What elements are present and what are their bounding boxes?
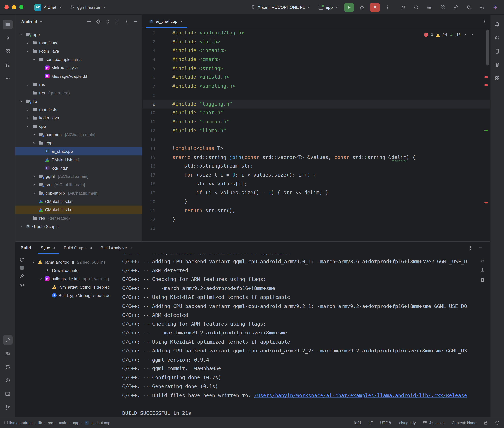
next-problem-icon[interactable]: [470, 33, 473, 37]
tab-build-output[interactable]: Build Output: [60, 242, 96, 254]
tree-item[interactable]: res(generated): [16, 89, 142, 97]
editor-options-kebab-icon[interactable]: [482, 19, 487, 24]
close-icon[interactable]: [130, 246, 133, 250]
filter-eye-icon[interactable]: [19, 282, 24, 288]
code-line[interactable]: 13: [142, 135, 490, 144]
build-console[interactable]: C/C++: -- Using KleidiAI optimized kerne…: [122, 254, 470, 417]
chevron-right-icon[interactable]: [25, 108, 30, 111]
code-line[interactable]: 9#include "logging.h": [142, 100, 490, 109]
expand-all-icon[interactable]: [105, 19, 110, 24]
collapse-all-icon[interactable]: [114, 19, 120, 24]
code-line[interactable]: 10#include "chat.h": [142, 109, 490, 117]
resource-manager-tool-button[interactable]: [3, 47, 12, 56]
code-line[interactable]: 8: [142, 91, 490, 100]
tree-item[interactable]: CMakeLists.txt: [16, 197, 142, 206]
todo-list-button[interactable]: [425, 3, 434, 11]
more-tool-windows-button[interactable]: [3, 74, 12, 83]
code-line[interactable]: 12#include "llama.h": [142, 126, 490, 135]
scroll-to-end-icon[interactable]: [480, 267, 485, 272]
settings-button[interactable]: [478, 3, 486, 11]
code-line[interactable]: 21 return str.str();: [142, 206, 490, 215]
breadcrumb-item[interactable]: cpp: [73, 420, 79, 425]
code-line[interactable]: 20 }: [142, 198, 490, 206]
options-kebab-icon[interactable]: [468, 245, 473, 250]
change-stripe-mark[interactable]: [485, 130, 488, 131]
tree-item[interactable]: Gradle Scripts: [16, 222, 142, 230]
chevron-down-icon[interactable]: [19, 33, 24, 36]
tree-item[interactable]: manifests: [16, 105, 142, 114]
editor-tab[interactable]: ai_chat.cpp: [145, 15, 187, 28]
breadcrumb-item[interactable]: lib: [38, 420, 42, 425]
error-stripe-mark[interactable]: [485, 202, 488, 204]
minimize-window-button[interactable]: [12, 5, 16, 9]
pin-icon[interactable]: [19, 273, 24, 279]
breadcrumb-item[interactable]: ai_chat.cpp: [85, 420, 110, 425]
terminal-tool-button[interactable]: [3, 389, 12, 399]
inspections-status-icon[interactable]: [495, 420, 500, 425]
gemini-button[interactable]: [491, 3, 500, 11]
hide-panel-icon[interactable]: [133, 19, 138, 24]
code-line[interactable]: 7#include <sampling.h>: [142, 82, 490, 91]
tree-item[interactable]: app: [16, 30, 142, 39]
tree-item[interactable]: logging.h: [16, 164, 142, 172]
chevron-down-icon[interactable]: [25, 49, 30, 53]
project-widget[interactable]: AC AiChat: [32, 2, 65, 12]
notifications-button[interactable]: [493, 19, 502, 29]
problems-tool-button[interactable]: [3, 376, 12, 385]
project-tool-button[interactable]: [3, 19, 12, 29]
tree-item[interactable]: MainActivity.kt: [16, 64, 142, 72]
tree-item[interactable]: Download info: [30, 266, 122, 275]
tree-item[interactable]: manifests: [16, 39, 142, 47]
stop-button[interactable]: [370, 3, 379, 12]
close-icon[interactable]: [52, 246, 56, 250]
code-line[interactable]: 15static std::string join(const std::vec…: [142, 153, 490, 162]
tree-item[interactable]: common[AiChat.lib.main]: [16, 130, 142, 139]
code-line[interactable]: 3#include <iomanip>: [142, 46, 490, 55]
build-button[interactable]: [399, 3, 407, 11]
soft-wrap-icon[interactable]: [480, 258, 485, 263]
code-line[interactable]: 19 if (i < values.size() - 1) { str << d…: [142, 189, 490, 198]
line-separator[interactable]: LF: [368, 420, 373, 425]
options-kebab-icon[interactable]: [124, 19, 129, 24]
commit-tool-button[interactable]: [3, 33, 12, 43]
sync-project-button[interactable]: [412, 3, 420, 11]
code-line[interactable]: 6#include <unistd.h>: [142, 73, 490, 82]
chevron-right-icon[interactable]: [25, 83, 30, 86]
more-run-actions-button[interactable]: [383, 3, 392, 12]
prev-problem-icon[interactable]: [463, 33, 467, 37]
chevron-right-icon[interactable]: [32, 133, 37, 136]
code-with-me-button[interactable]: [452, 3, 460, 11]
chevron-right-icon[interactable]: [32, 174, 37, 178]
error-stripe-mark[interactable]: [485, 76, 488, 78]
tree-item[interactable]: kotlin+java: [16, 47, 142, 55]
tree-item[interactable]: llama.android: fi22 sec, 583 ms: [30, 258, 122, 266]
chevron-down-icon[interactable]: [25, 124, 30, 128]
code-line[interactable]: 22}: [142, 215, 490, 224]
layout-inspector-tool-button[interactable]: [493, 60, 502, 70]
code-line[interactable]: 18 str << values[i];: [142, 180, 490, 189]
code-line[interactable]: 16 std::ostringstream str;: [142, 162, 490, 171]
chevron-down-icon[interactable]: [32, 141, 37, 145]
tree-item[interactable]: lib: [16, 97, 142, 105]
tree-item[interactable]: cpp: [16, 122, 142, 130]
stop-sync-icon[interactable]: [20, 266, 24, 270]
breadcrumb-item[interactable]: main: [59, 420, 67, 425]
editor-scrollbar-thumb[interactable]: [486, 29, 489, 66]
plugins-button[interactable]: [438, 3, 447, 11]
tree-item[interactable]: cpp-httplib[AiChat.lib.main]: [16, 189, 142, 197]
code-line[interactable]: 4#include <cmath>: [142, 55, 490, 64]
tree-item[interactable]: MessageAdapter.kt: [16, 72, 142, 80]
file-encoding[interactable]: UTF-8: [380, 420, 391, 425]
code-line[interactable]: 23: [142, 224, 490, 233]
context-widget[interactable]: Context: None: [452, 420, 476, 425]
debug-button[interactable]: [357, 3, 367, 12]
device-selector[interactable]: Xiaomi POCOPHONE F1: [248, 4, 313, 11]
tree-item[interactable]: cpp: [16, 139, 142, 147]
add-icon[interactable]: [86, 19, 92, 24]
code-editor[interactable]: 1#include <android/log.h>2#include <jni.…: [142, 28, 490, 242]
chevron-down-icon[interactable]: [31, 260, 36, 264]
code-line[interactable]: 17 for (size_t i = 0; i < values.size();…: [142, 171, 490, 180]
caret-position[interactable]: 9:21: [354, 420, 361, 425]
tree-item[interactable]: kotlin+java: [16, 114, 142, 122]
tree-item[interactable]: res: [16, 80, 142, 89]
